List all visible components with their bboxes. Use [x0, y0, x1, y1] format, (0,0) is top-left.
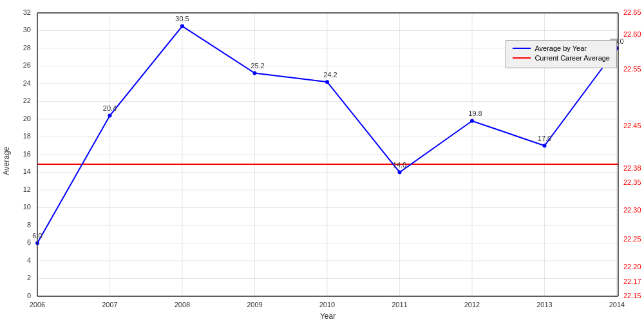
- y-label-12: 12: [23, 185, 31, 193]
- x-label-2010: 2010: [319, 301, 335, 308]
- chart-container: 0 2 4 6 8 10 12 14 16 18 20 22 24 26 28 …: [0, 0, 644, 322]
- right-y-label-2235: 22.35: [623, 178, 641, 186]
- y-label-32: 32: [23, 8, 31, 16]
- data-label-2008: 30.5: [175, 15, 189, 23]
- right-y-label-2215: 22.15: [623, 292, 641, 299]
- data-label-2013: 17.0: [538, 135, 551, 142]
- right-y-label-2245: 22.45: [623, 122, 641, 129]
- y-label-6: 6: [27, 238, 31, 246]
- legend-item-average-by-year: Average by Year: [513, 44, 610, 52]
- data-point-2012: [470, 119, 474, 123]
- legend-label-average-by-year: Average by Year: [535, 44, 587, 52]
- y-label-16: 16: [23, 150, 31, 158]
- y-label-26: 26: [23, 61, 31, 69]
- legend-box: Average by Year Current Career Average: [506, 40, 617, 68]
- data-label-2007: 20.4: [103, 104, 117, 112]
- x-label-2008: 2008: [175, 301, 190, 308]
- legend-line-red: [513, 57, 531, 59]
- data-label-2011: 14.0: [393, 161, 406, 169]
- data-label-2012: 19.8: [468, 109, 482, 117]
- y-label-18: 18: [23, 132, 31, 140]
- y-label-2: 2: [27, 274, 31, 281]
- y-label-20: 20: [23, 115, 31, 122]
- x-label-2006: 2006: [30, 301, 45, 308]
- legend-item-career-average: Current Career Average: [513, 54, 610, 62]
- x-label-2009: 2009: [247, 301, 262, 308]
- y-label-10: 10: [23, 203, 31, 211]
- x-label-2012: 2012: [464, 301, 480, 308]
- legend-line-blue: [513, 48, 531, 49]
- y-label-28: 28: [23, 44, 31, 52]
- y-label-0: 0: [27, 292, 31, 299]
- x-label-2011: 2011: [392, 301, 407, 308]
- right-y-label-2225: 22.25: [623, 235, 641, 243]
- right-y-label-2220: 22.20: [623, 263, 641, 270]
- y-label-30: 30: [23, 26, 31, 33]
- y-axis-left-label: Average: [2, 146, 11, 175]
- x-label-2013: 2013: [536, 301, 552, 308]
- x-axis-label: Year: [320, 312, 336, 321]
- right-y-label-2217: 22.17: [623, 278, 641, 285]
- y-label-4: 4: [27, 256, 31, 264]
- x-label-2007: 2007: [102, 301, 117, 308]
- data-point-2009: [253, 71, 257, 75]
- y-label-14: 14: [23, 167, 31, 175]
- data-point-2007: [108, 114, 112, 118]
- right-y-label-2255: 22.55: [623, 65, 641, 73]
- data-point-2013: [543, 144, 547, 147]
- y-label-8: 8: [27, 221, 31, 229]
- data-point-2010: [325, 80, 329, 84]
- right-y-label-2265: 22.65: [623, 8, 641, 16]
- x-label-2014: 2014: [609, 301, 625, 308]
- right-y-label-2260: 22.60: [623, 30, 641, 38]
- y-label-24: 24: [23, 79, 31, 87]
- data-point-2008: [180, 24, 184, 28]
- data-label-2009: 25.2: [251, 62, 264, 70]
- y-label-22: 22: [23, 97, 31, 104]
- data-point-2011: [398, 171, 402, 175]
- right-y-label-2230: 22.30: [623, 206, 641, 214]
- data-label-2010: 24.2: [323, 71, 337, 79]
- right-y-label-2238: 22.38: [623, 164, 641, 172]
- legend-label-career-average: Current Career Average: [535, 54, 610, 62]
